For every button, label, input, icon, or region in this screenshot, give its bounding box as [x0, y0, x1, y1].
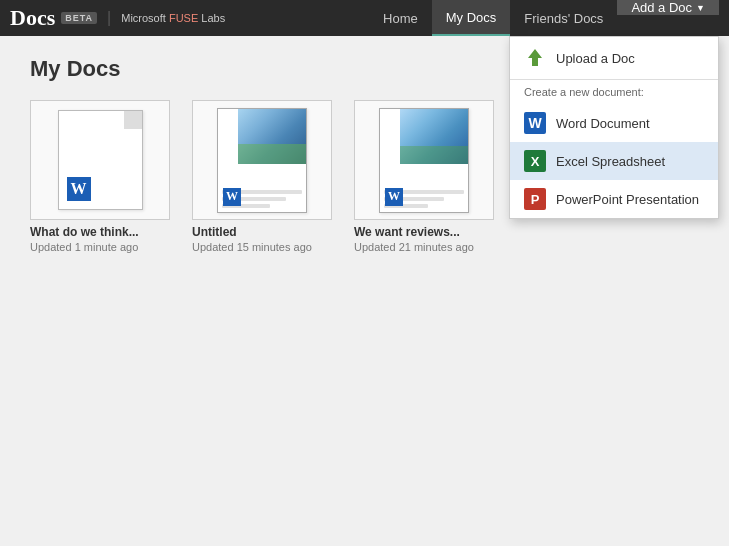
nav-my-docs[interactable]: My Docs: [432, 0, 511, 36]
doc-card-2[interactable]: W We want reviews... Updated 21 minutes …: [354, 100, 494, 253]
doc-name-0: What do we think...: [30, 225, 170, 239]
fuse-labs-label: Microsoft FUSE Labs: [121, 12, 225, 24]
logo-area: Docs BETA | Microsoft FUSE Labs: [10, 5, 225, 31]
word-badge-2: W: [385, 188, 403, 206]
nav-friends-docs[interactable]: Friends' Docs: [510, 0, 617, 36]
word-badge-0: W: [67, 177, 91, 201]
doc-updated-0: Updated 1 minute ago: [30, 241, 170, 253]
svg-marker-0: [528, 49, 542, 66]
divider: |: [107, 9, 111, 27]
doc-name-2: We want reviews...: [354, 225, 494, 239]
doc-updated-2: Updated 21 minutes ago: [354, 241, 494, 253]
upload-doc-label: Upload a Doc: [556, 51, 635, 66]
doc-thumbnail-0: W: [30, 100, 170, 220]
excel-label: Excel Spreadsheet: [556, 154, 665, 169]
doc-thumbnail-1: W: [192, 100, 332, 220]
doc-corner-fold: [124, 111, 142, 129]
ppt-label: PowerPoint Presentation: [556, 192, 699, 207]
doc-updated-1: Updated 15 minutes ago: [192, 241, 332, 253]
nav-home[interactable]: Home: [369, 0, 432, 36]
doc-name-1: Untitled: [192, 225, 332, 239]
doc-card-1[interactable]: W Untitled Updated 15 minutes ago: [192, 100, 332, 253]
word-icon: W: [524, 112, 546, 134]
create-ppt-item[interactable]: P PowerPoint Presentation: [510, 180, 718, 218]
add-doc-dropdown: Upload a Doc Create a new document: W Wo…: [509, 36, 719, 219]
beta-badge: BETA: [61, 12, 97, 24]
nav-add-doc[interactable]: Add a Doc ▼: [617, 0, 719, 15]
header: Docs BETA | Microsoft FUSE Labs Home My …: [0, 0, 729, 36]
upload-arrow-icon: [524, 47, 546, 69]
upload-doc-item[interactable]: Upload a Doc: [510, 37, 718, 80]
logo-text: Docs: [10, 5, 55, 31]
dropdown-arrow-icon: ▼: [696, 3, 705, 13]
excel-icon: X: [524, 150, 546, 172]
word-badge-1: W: [223, 188, 241, 206]
doc-thumbnail-2: W: [354, 100, 494, 220]
word-doc-label: Word Document: [556, 116, 650, 131]
create-section-label: Create a new document:: [510, 80, 718, 104]
add-doc-nav-wrapper: Add a Doc ▼ Upload a Doc Create a new do…: [617, 0, 719, 36]
create-excel-item[interactable]: X Excel Spreadsheet: [510, 142, 718, 180]
ppt-icon: P: [524, 188, 546, 210]
doc-card-0[interactable]: W What do we think... Updated 1 minute a…: [30, 100, 170, 253]
main-nav: Home My Docs Friends' Docs Add a Doc ▼ U…: [369, 0, 719, 36]
create-word-item[interactable]: W Word Document: [510, 104, 718, 142]
